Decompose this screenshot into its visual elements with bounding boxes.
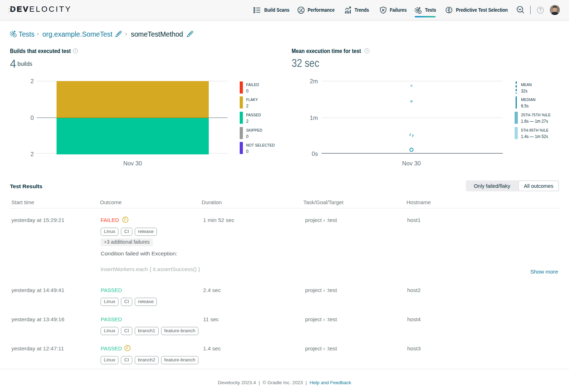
svg-text:Nov 30: Nov 30 [123, 160, 142, 166]
svg-text:2: 2 [31, 78, 34, 84]
svg-text:0: 0 [31, 115, 34, 121]
svg-text:2: 2 [31, 151, 34, 157]
svg-text:F: F [124, 217, 126, 222]
svg-text:2m: 2m [310, 78, 318, 84]
svg-text:Nov 30: Nov 30 [402, 160, 421, 166]
svg-text:0s: 0s [312, 150, 318, 157]
svg-text:F: F [126, 346, 128, 350]
svg-text:1m: 1m [310, 115, 318, 121]
